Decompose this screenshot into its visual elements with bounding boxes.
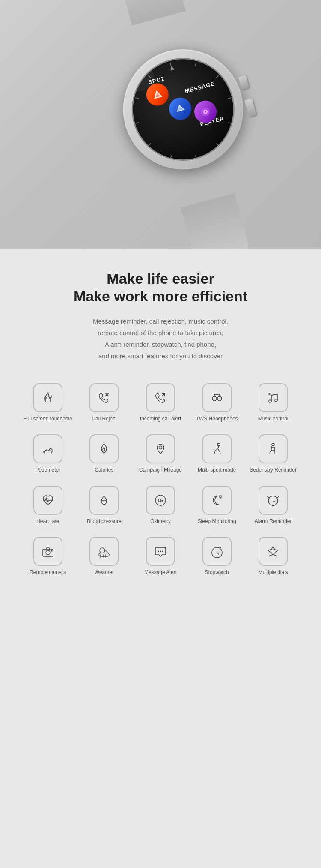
feature-icon-dials: [259, 537, 288, 566]
feature-icon-call-reject: [89, 383, 119, 412]
feature-full-screen-touchable: Full screen touchable: [21, 379, 74, 427]
feature-campaign-mileage: Campaign Mileage: [134, 430, 187, 478]
watch-band-top: [119, 0, 186, 25]
feature-label-music: Music control: [258, 416, 288, 423]
hero-section: SPO2 MESSAGE PLAYER: [0, 0, 321, 249]
info-section: Make life easier Make work more efficien…: [0, 249, 321, 593]
feature-tws: TWS Headphones: [190, 379, 244, 427]
feature-blood-pressure: Blood pressure: [78, 481, 131, 529]
svg-point-33: [160, 551, 161, 552]
feature-pedometer: Pedometer: [21, 430, 74, 478]
features-grid: Full screen touchable Call Reject In: [17, 379, 304, 580]
svg-line-27: [273, 501, 275, 502]
watch-body: SPO2 MESSAGE PLAYER: [110, 36, 256, 183]
feature-icon-calories: [89, 434, 119, 463]
svg-point-29: [46, 550, 50, 555]
svg-line-14: [271, 394, 277, 395]
feature-dials: Multiple dials: [247, 532, 300, 580]
feature-weather: Weather: [78, 532, 131, 580]
feature-label-tws: TWS Headphones: [196, 416, 238, 423]
feature-label-weather: Weather: [95, 569, 114, 576]
feature-label-multi-sport: Multi-sport mode: [198, 467, 236, 474]
feature-label-blood-pressure: Blood pressure: [87, 518, 122, 525]
watch-app-message: [166, 95, 194, 123]
feature-icon-tws: [202, 383, 232, 412]
svg-point-32: [158, 551, 159, 552]
feature-heart-rate: Heart rate: [21, 481, 74, 529]
feature-alarm: Alarm Reminder: [247, 481, 300, 529]
feature-icon-location: [146, 434, 175, 463]
svg-point-15: [269, 400, 271, 402]
feature-label-full-screen: Full screen touchable: [24, 416, 72, 423]
svg-line-37: [217, 553, 219, 554]
feature-icon-sleep: [202, 486, 232, 515]
feature-label-incoming-call: Incoming call alert: [140, 416, 181, 423]
svg-point-18: [217, 443, 220, 446]
feature-music: Music control: [247, 379, 300, 427]
svg-point-16: [275, 399, 277, 402]
svg-marker-41: [270, 548, 276, 554]
feature-icon-touch: [33, 383, 62, 412]
svg-point-11: [212, 396, 217, 401]
svg-point-19: [272, 443, 274, 446]
feature-label-stopwatch: Stopwatch: [205, 569, 229, 576]
watch-band-bottom: [181, 193, 250, 249]
feature-label-heart-rate: Heart rate: [36, 518, 59, 525]
feature-oximetry: O₂ Oximetry: [134, 481, 187, 529]
feature-call-reject: Call Reject: [78, 379, 131, 427]
feature-label-sleep: Sleep Monitoring: [198, 518, 236, 525]
watch-button-bottom: [244, 98, 256, 117]
feature-icon-music: [259, 383, 288, 412]
svg-point-12: [217, 396, 222, 401]
feature-stopwatch: Stopwatch: [190, 532, 244, 580]
subtitle-text: Message reminder, call rejection, music …: [54, 315, 268, 362]
feature-sleep: Sleep Monitoring: [190, 481, 244, 529]
watch-app-spo2: [144, 81, 171, 108]
svg-point-24: [220, 496, 221, 498]
feature-label-camera: Remote camera: [30, 569, 66, 576]
feature-icon-message: [146, 537, 175, 566]
feature-label-oximetry: Oximetry: [150, 518, 171, 525]
svg-point-34: [162, 551, 163, 552]
feature-icon-camera: [33, 537, 62, 566]
feature-label-sedentary: Sedentary Reminder: [250, 467, 297, 474]
svg-text:O₂: O₂: [158, 498, 164, 503]
feature-multi-sport: Multi-sport mode: [190, 430, 244, 478]
feature-label-message: Message Alert: [144, 569, 177, 576]
svg-point-7: [47, 392, 48, 393]
feature-icon-incoming-call: [146, 383, 175, 412]
watch-screen: SPO2 MESSAGE PLAYER: [120, 46, 246, 172]
feature-icon-sport: [202, 434, 232, 463]
feature-calories: Calories: [78, 430, 131, 478]
watch-label-message: MESSAGE: [184, 80, 215, 94]
main-title: Make life easier Make work more efficien…: [17, 270, 304, 305]
feature-label-call-reject: Call Reject: [92, 416, 116, 423]
feature-camera: Remote camera: [21, 532, 74, 580]
feature-label-campaign-mileage: Campaign Mileage: [139, 467, 182, 474]
feature-icon-stopwatch: [202, 537, 232, 566]
feature-label-pedometer: Pedometer: [35, 467, 60, 474]
svg-point-17: [159, 446, 162, 449]
feature-icon-weather: [89, 537, 119, 566]
feature-label-alarm: Alarm Reminder: [255, 518, 292, 525]
feature-icon-sedentary: [259, 434, 288, 463]
feature-label-dials: Multiple dials: [259, 569, 288, 576]
feature-icon-pedometer: [33, 434, 62, 463]
svg-point-30: [51, 550, 52, 552]
watch-button-top: [238, 75, 249, 90]
feature-icon-heart: [33, 486, 62, 515]
watch-marker: [169, 65, 175, 70]
feature-incoming-call: Incoming call alert: [134, 379, 187, 427]
feature-message: Message Alert: [134, 532, 187, 580]
watch-image: SPO2 MESSAGE PLAYER: [47, 0, 319, 246]
feature-sedentary: Sedentary Reminder: [247, 430, 300, 478]
feature-label-calories: Calories: [95, 467, 113, 474]
feature-icon-o2: O₂: [146, 486, 175, 515]
feature-icon-blood-pressure: [89, 486, 119, 515]
svg-point-31: [100, 548, 105, 553]
feature-icon-alarm: [259, 486, 288, 515]
